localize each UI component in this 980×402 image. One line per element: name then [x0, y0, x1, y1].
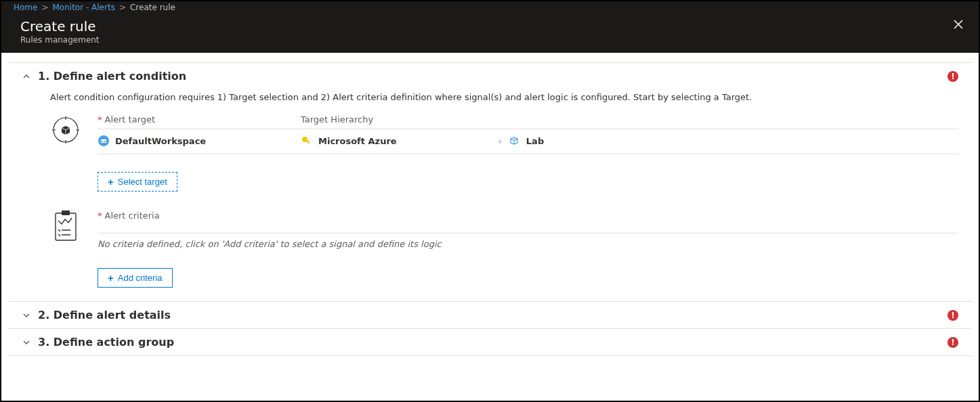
hierarchy-root: Microsoft Azure [318, 136, 397, 146]
section-details: 2. Define alert details ! [8, 301, 972, 328]
page-header: Create rule Rules management [1, 14, 979, 53]
chevron-up-icon [22, 72, 31, 81]
svg-rect-9 [62, 210, 70, 215]
add-criteria-button[interactable]: + Add criteria [98, 268, 173, 288]
section-condition-title: 1. Define alert condition [38, 70, 947, 83]
required-icon: * [98, 114, 102, 125]
condition-desc: Alert condition configuration requires 1… [50, 92, 958, 102]
chevron-down-icon [22, 311, 31, 320]
alert-criteria-label: Alert criteria [105, 210, 160, 221]
hierarchy-child: Lab [526, 136, 544, 146]
page-subtitle: Rules management [20, 35, 100, 45]
section-condition: 1. Define alert condition ! Alert condit… [8, 62, 972, 301]
section-condition-header[interactable]: 1. Define alert condition ! [22, 70, 958, 83]
section-action-header[interactable]: 3. Define action group ! [22, 336, 958, 349]
key-icon [301, 135, 312, 146]
page-title: Create rule [20, 18, 100, 35]
criteria-icon [50, 210, 81, 242]
warning-icon: ! [947, 71, 958, 82]
alert-target-block: *Alert target Target Hierarchy DefaultWo… [50, 114, 958, 192]
breadcrumb: Home > Monitor - Alerts > Create rule [1, 1, 979, 14]
warning-icon: ! [947, 310, 958, 321]
breadcrumb-monitor[interactable]: Monitor - Alerts [53, 3, 115, 12]
breadcrumb-sep: > [119, 3, 126, 12]
select-target-label: Select target [118, 177, 167, 187]
svg-rect-4 [104, 141, 106, 142]
svg-rect-7 [308, 141, 310, 143]
select-target-button[interactable]: + Select target [98, 172, 177, 192]
main-content: 1. Define alert condition ! Alert condit… [1, 53, 979, 356]
breadcrumb-sep: > [41, 3, 48, 12]
plus-icon: + [108, 273, 114, 283]
section-condition-body: Alert condition configuration requires 1… [22, 83, 958, 294]
svg-rect-3 [102, 141, 103, 142]
target-hierarchy-label: Target Hierarchy [301, 114, 958, 125]
chevron-right-icon: › [498, 136, 502, 146]
chevron-down-icon [22, 338, 31, 347]
criteria-empty-message: No criteria defined, click on 'Add crite… [98, 239, 958, 249]
close-button[interactable] [953, 19, 964, 30]
plus-icon: + [108, 177, 114, 187]
warning-icon: ! [947, 337, 958, 348]
add-criteria-label: Add criteria [118, 273, 163, 283]
breadcrumb-current: Create rule [130, 3, 175, 12]
section-action-title: 3. Define action group [38, 336, 947, 349]
workspace-icon [98, 135, 110, 147]
breadcrumb-home[interactable]: Home [14, 3, 37, 12]
resource-group-icon [509, 135, 519, 146]
svg-rect-8 [56, 213, 76, 240]
alert-target-value: DefaultWorkspace [115, 136, 206, 146]
alert-target-label: Alert target [105, 114, 156, 125]
section-details-header[interactable]: 2. Define alert details ! [22, 309, 958, 321]
section-action: 3. Define action group ! [8, 328, 972, 356]
target-icon [50, 114, 81, 146]
section-details-title: 2. Define alert details [38, 309, 947, 321]
required-icon: * [98, 210, 102, 221]
alert-criteria-block: *Alert criteria No criteria defined, cli… [50, 210, 958, 288]
